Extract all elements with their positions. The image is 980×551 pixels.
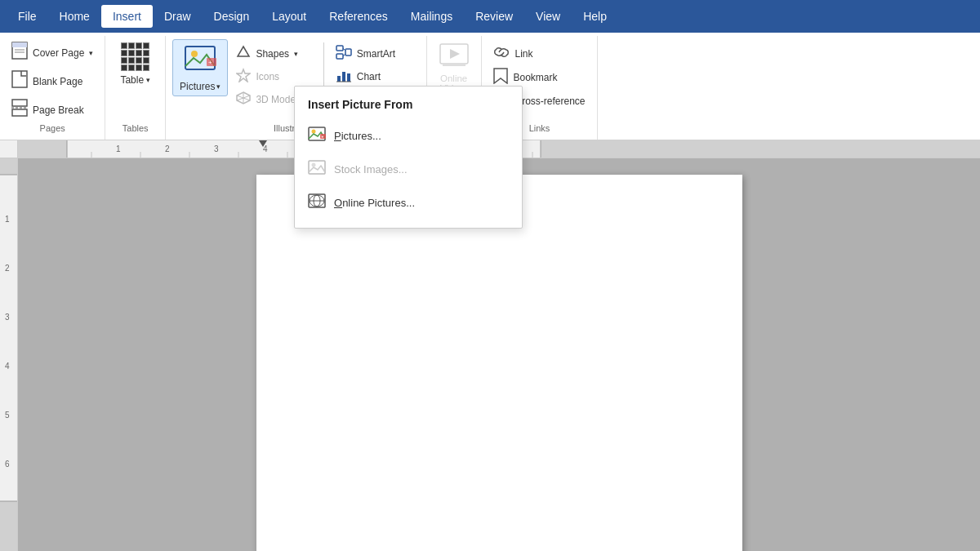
svg-rect-20: [345, 49, 351, 56]
link-icon: [493, 45, 510, 62]
blank-page-icon: [11, 70, 28, 92]
pictures-dropdown-icon: +: [308, 126, 326, 146]
cover-page-button[interactable]: Cover Page ▾: [7, 39, 98, 66]
menu-home[interactable]: Home: [48, 5, 101, 28]
pages-label: Pages: [40, 123, 65, 136]
insert-picture-dropdown: Insert Picture From + Pictures... Stock …: [294, 86, 523, 229]
menu-help[interactable]: Help: [572, 5, 618, 28]
svg-point-42: [312, 163, 316, 167]
svg-text:+: +: [322, 134, 324, 139]
chart-icon: [336, 68, 352, 85]
link-label: Link: [514, 48, 532, 60]
menu-view[interactable]: View: [524, 5, 572, 28]
links-label: Links: [529, 123, 550, 136]
smartart-button[interactable]: SmartArt: [331, 42, 421, 64]
shapes-icon: [236, 45, 251, 62]
smartart-icon: [336, 45, 352, 62]
svg-text:5: 5: [5, 411, 10, 420]
menu-file[interactable]: File: [7, 5, 48, 28]
svg-text:3: 3: [214, 144, 219, 153]
svg-rect-49: [541, 140, 980, 158]
svg-marker-12: [238, 47, 249, 56]
chart-button[interactable]: Chart: [331, 65, 421, 87]
page-break-label: Page Break: [33, 104, 84, 116]
svg-point-38: [312, 130, 316, 134]
svg-text:4: 4: [5, 362, 10, 371]
document-page[interactable]: [256, 175, 742, 551]
bookmark-label: Bookmark: [513, 72, 557, 83]
online-pictures-label: Online Pictures...: [334, 197, 415, 209]
svg-text:1: 1: [116, 144, 121, 153]
table-grid-icon: [121, 42, 149, 71]
blank-page-button[interactable]: Blank Page: [7, 68, 98, 95]
menu-references[interactable]: References: [318, 5, 399, 28]
svg-marker-33: [494, 69, 507, 83]
dropdown-item-stock-images[interactable]: Stock Images...: [295, 153, 522, 186]
table-caret: ▾: [146, 76, 150, 84]
dropdown-item-online-pictures[interactable]: Online Pictures...: [295, 186, 522, 220]
svg-rect-23: [337, 76, 341, 82]
svg-text:6: 6: [5, 460, 10, 469]
bookmark-icon: [493, 68, 508, 87]
blank-page-label: Blank Page: [33, 76, 82, 87]
ruler-corner: [0, 140, 18, 158]
svg-rect-18: [336, 46, 343, 51]
menu-review[interactable]: Review: [464, 5, 524, 28]
menu-draw[interactable]: Draw: [153, 5, 203, 28]
pictures-dropdown-label: Pictures...: [334, 130, 381, 142]
svg-text:3: 3: [5, 313, 10, 322]
svg-rect-4: [12, 71, 27, 87]
cross-reference-label: Cross-reference: [514, 96, 585, 107]
cover-page-caret: ▾: [89, 49, 93, 57]
svg-text:2: 2: [5, 264, 10, 273]
svg-text:1: 1: [5, 215, 10, 224]
online-videos-icon: [439, 43, 469, 72]
link-button[interactable]: Link: [488, 42, 590, 64]
3d-models-icon: [236, 91, 251, 108]
shapes-button[interactable]: Shapes ▾: [231, 42, 316, 64]
svg-text:2: 2: [165, 144, 170, 153]
svg-rect-74: [0, 501, 18, 551]
menu-insert[interactable]: Insert: [101, 5, 153, 28]
svg-point-9: [191, 51, 198, 57]
ribbon-group-pages: Cover Page ▾ Blank Page Page Break Page: [0, 36, 105, 140]
dropdown-item-pictures[interactable]: + Pictures...: [295, 119, 522, 153]
tables-content: Table ▾: [112, 39, 158, 123]
shapes-caret: ▾: [294, 50, 298, 58]
svg-rect-7: [12, 109, 27, 116]
shapes-label: Shapes: [256, 48, 289, 60]
pictures-icon: +: [184, 43, 216, 79]
svg-text:4: 4: [263, 144, 268, 153]
icons-icon: [236, 68, 251, 85]
svg-rect-5: [12, 100, 27, 106]
menu-design[interactable]: Design: [203, 5, 261, 28]
online-pictures-icon: [308, 193, 326, 213]
stock-images-icon: [308, 159, 326, 180]
pictures-button[interactable]: + Pictures ▾: [172, 39, 228, 96]
svg-rect-19: [336, 54, 343, 59]
table-label: Table: [120, 74, 144, 86]
ruler-vertical: 1 2 3 4 5 6: [0, 158, 18, 551]
page-break-button[interactable]: Page Break: [7, 96, 98, 123]
ribbon-group-tables: Table ▾ Tables: [105, 36, 166, 140]
stock-images-label: Stock Images...: [334, 163, 408, 176]
icons-button[interactable]: Icons: [231, 65, 316, 87]
icons-label: Icons: [256, 71, 279, 82]
svg-marker-31: [450, 49, 460, 59]
menu-mailings[interactable]: Mailings: [399, 5, 464, 28]
svg-rect-48: [18, 140, 67, 158]
svg-marker-13: [237, 69, 250, 82]
tables-label: Tables: [122, 123, 149, 136]
cover-page-icon: [11, 42, 28, 64]
menu-bar: File Home Insert Draw Design Layout Refe…: [0, 0, 980, 33]
pictures-label: Pictures: [180, 81, 215, 92]
menu-layout[interactable]: Layout: [261, 5, 318, 28]
table-button[interactable]: Table ▾: [112, 39, 158, 89]
pictures-caret: ▾: [216, 82, 220, 91]
svg-rect-73: [0, 158, 18, 175]
svg-text:+: +: [208, 59, 212, 66]
pages-content: Cover Page ▾ Blank Page Page Break: [7, 39, 98, 123]
svg-rect-24: [342, 72, 345, 82]
chart-label: Chart: [357, 71, 381, 82]
cover-page-label: Cover Page: [33, 47, 84, 59]
